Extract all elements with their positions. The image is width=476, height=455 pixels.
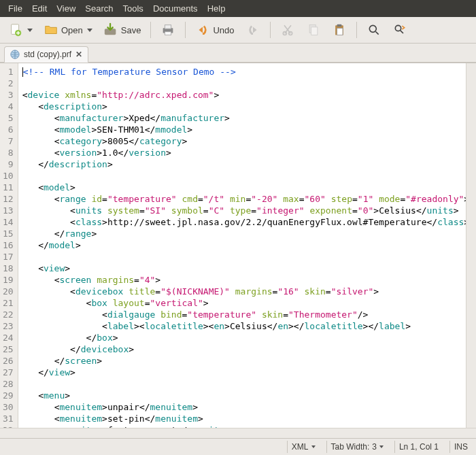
new-file-icon <box>8 22 23 37</box>
menu-tools[interactable]: Tools <box>119 2 148 15</box>
save-button[interactable]: Save <box>99 20 146 40</box>
toolbar-separator <box>356 22 357 38</box>
status-tabwidth[interactable]: Tab Width: 3 <box>326 441 388 453</box>
tabbar: std (copy).prf ✕ <box>0 44 476 63</box>
globe-icon <box>10 50 20 59</box>
redo-button[interactable] <box>241 20 265 40</box>
paste-icon <box>332 22 347 37</box>
editor: 1 2 3 4 5 6 7 8 9 10 11 12 13 14 15 16 1… <box>0 63 476 428</box>
chevron-down-icon <box>379 445 384 448</box>
menu-search[interactable]: Search <box>81 2 117 15</box>
status-cursor-label: Ln 1, Col 1 <box>399 442 439 452</box>
paste-button[interactable] <box>328 20 351 40</box>
tab-file[interactable]: std (copy).prf ✕ <box>4 46 88 63</box>
chevron-down-icon <box>27 29 33 32</box>
status-insert-mode[interactable]: INS <box>449 441 472 453</box>
line-number-gutter: 1 2 3 4 5 6 7 8 9 10 11 12 13 14 15 16 1… <box>0 63 18 428</box>
redo-icon <box>245 22 260 37</box>
svg-rect-11 <box>337 24 341 27</box>
menubar: FileEditViewSearchToolsDocumentsHelp <box>0 0 476 17</box>
status-tabwidth-label: Tab Width: <box>331 442 370 452</box>
save-label: Save <box>121 25 141 35</box>
svg-rect-4 <box>165 25 171 29</box>
menu-view[interactable]: View <box>52 2 80 15</box>
scrollbar-horizontal[interactable] <box>0 428 476 438</box>
find-replace-icon <box>392 22 407 37</box>
menu-edit[interactable]: Edit <box>28 2 51 15</box>
svg-rect-12 <box>337 29 342 35</box>
code-area[interactable]: <!-- RML for Temperature Sensor Demo -->… <box>18 63 466 428</box>
save-icon <box>103 22 118 37</box>
svg-point-13 <box>369 25 376 32</box>
new-file-button[interactable] <box>4 20 37 40</box>
close-icon[interactable]: ✕ <box>75 50 82 59</box>
status-mode-label: INS <box>454 442 468 452</box>
print-icon <box>160 22 175 37</box>
svg-rect-9 <box>311 27 317 35</box>
menu-documents[interactable]: Documents <box>149 2 202 15</box>
status-cursor: Ln 1, Col 1 <box>394 441 443 453</box>
toolbar: Open Save Undo <box>0 17 476 44</box>
undo-button[interactable]: Undo <box>191 20 238 40</box>
tab-title: std (copy).prf <box>24 50 71 59</box>
menu-file[interactable]: File <box>4 2 27 15</box>
open-button[interactable]: Open <box>39 20 97 40</box>
cut-icon <box>280 22 295 37</box>
open-label: Open <box>61 25 83 35</box>
toolbar-separator <box>185 22 186 38</box>
svg-point-14 <box>395 25 401 31</box>
find-replace-button[interactable] <box>388 20 411 40</box>
toolbar-separator <box>270 22 271 38</box>
statusbar: XML Tab Width: 3 Ln 1, Col 1 INS <box>0 438 476 455</box>
status-language[interactable]: XML <box>287 441 320 453</box>
copy-button[interactable] <box>302 20 325 40</box>
print-button[interactable] <box>156 20 180 40</box>
copy-icon <box>306 22 321 37</box>
svg-rect-5 <box>165 32 171 35</box>
status-tabwidth-value: 3 <box>372 442 377 452</box>
undo-label: Undo <box>213 25 234 35</box>
menu-help[interactable]: Help <box>203 2 230 15</box>
status-language-label: XML <box>292 442 309 452</box>
scrollbar-vertical[interactable] <box>466 63 476 428</box>
open-folder-icon <box>44 22 58 37</box>
chevron-down-icon <box>311 445 316 448</box>
chevron-down-icon <box>87 29 92 32</box>
undo-icon <box>195 22 210 37</box>
search-icon <box>367 22 381 37</box>
find-button[interactable] <box>362 20 386 40</box>
cut-button[interactable] <box>276 20 299 40</box>
toolbar-separator <box>150 22 151 38</box>
